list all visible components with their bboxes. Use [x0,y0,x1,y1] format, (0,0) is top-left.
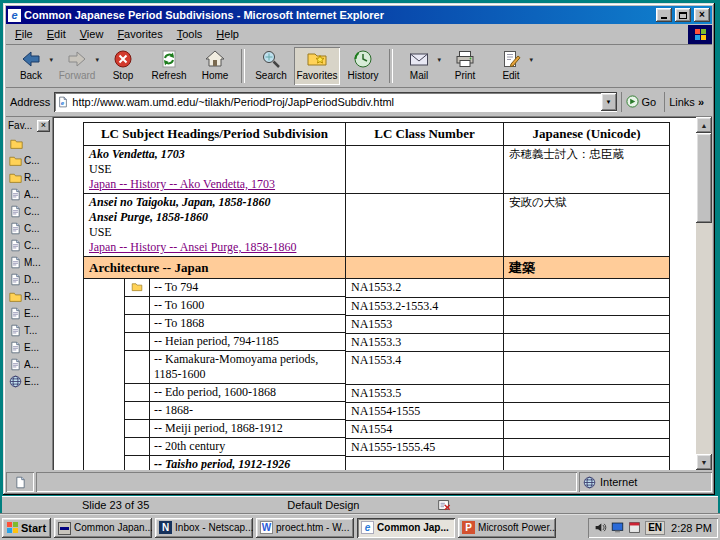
volume-icon[interactable] [594,521,607,534]
close-button[interactable]: × [694,8,710,22]
taskbar-button[interactable]: NInbox - Netscap... [155,518,253,538]
favorites-item[interactable]: R... [6,288,52,305]
vertical-scrollbar[interactable]: ▲ ▼ [696,117,712,470]
menu-tools[interactable]: Tools [170,26,210,42]
favorites-item[interactable]: R... [6,169,52,186]
titlebar[interactable]: e Common Japanese Period Subdivisions - … [6,6,712,24]
taskbar-button[interactable]: Common Japan... [54,518,152,538]
subject-text: Ako Vendetta, 1703 [89,147,340,162]
address-input[interactable]: e http://www.wam.umd.edu/~tilakh/PeriodP… [54,92,616,112]
display-icon[interactable] [611,521,624,534]
subdivision-row: -- To 1600 [84,297,345,315]
spelling-status-icon[interactable] [437,498,451,512]
globe-icon [9,375,22,388]
subject-cell: -- 1868- [84,402,346,420]
menu-file[interactable]: File [8,26,40,42]
dropdown-arrow-icon[interactable]: ▾ [49,56,53,64]
menu-edit[interactable]: Edit [40,26,73,42]
indent-cell [124,384,150,402]
subject-link[interactable]: Japan -- History -- Ako Vendetta, 1703 [89,177,340,192]
scrollbar-thumb[interactable] [696,133,712,223]
language-indicator[interactable]: EN [645,521,665,535]
address-label: Address [10,96,50,108]
toolbar-stop-button[interactable]: Stop [100,47,146,85]
subject-text: Ansei Purge, 1858-1860 [89,210,340,225]
favorites-panel-title: Fav... [8,120,36,131]
word-icon: W [260,521,273,534]
scroll-down-button[interactable]: ▼ [696,454,712,470]
page-icon [9,273,22,286]
favorites-item[interactable]: E... [6,305,52,322]
lc-class-cell: NA1553 [346,315,504,333]
favorites-item-label: A... [24,189,39,200]
dropdown-arrow-icon[interactable]: ▾ [95,56,99,64]
japanese-cell: 赤穂義士討入：忠臣蔵 [504,146,670,194]
page-icon [9,324,22,337]
start-label: Start [21,522,46,534]
favorites-item[interactable]: A... [6,186,52,203]
taskbar-button[interactable]: eCommon Jap... [357,518,455,538]
toolbar-refresh-button[interactable]: Refresh [146,47,192,85]
design-name: Default Design [287,499,359,511]
favorites-organize-button[interactable] [9,135,29,151]
folder-icon [9,290,22,303]
scrollbar-track[interactable] [696,133,712,454]
favorites-item[interactable]: E... [6,373,52,390]
column-header: Japanese (Unicode) [504,123,670,146]
favorites-item[interactable]: A... [6,356,52,373]
favorites-item[interactable]: C... [6,203,52,220]
page-icon [9,358,22,371]
menu-help[interactable]: Help [209,26,246,42]
lc-class-cell: NA1554-1555 [346,402,504,420]
links-button[interactable]: Links » [664,92,708,112]
favorites-close-button[interactable]: × [37,120,50,132]
taskbar-button[interactable]: Wproect.htm - W... [256,518,354,538]
menu-favorites[interactable]: Favorites [110,26,169,42]
subject-link[interactable]: Japan -- History -- Ansei Purge, 1858-18… [89,240,340,255]
dropdown-arrow-icon[interactable]: ▾ [437,56,441,64]
scheduler-icon[interactable] [628,521,641,534]
favorites-item[interactable]: M... [6,254,52,271]
table-row: -- Edo period, 1600-1868NA1553.5 [84,384,670,402]
chevron-icon: » [698,96,704,108]
favorites-item-label: C... [24,240,40,251]
toolbar-edit-button[interactable]: ▾Edit [488,47,534,85]
lc-class-cell: NA1553.5 [346,384,504,402]
table-row: Ansei no Taigoku, Japan, 1858-1860Ansei … [84,194,670,257]
subdivision-row: -- Edo period, 1600-1868 [84,384,345,402]
subject-text: USE [89,225,340,240]
favorites-item[interactable]: T... [6,322,52,339]
favorites-item[interactable]: E... [6,339,52,356]
toolbar-favorites-button[interactable]: Favorites [294,47,340,85]
start-button[interactable]: Start [2,518,51,538]
toolbar-back-button[interactable]: ▾Back [8,47,54,85]
scroll-up-button[interactable]: ▲ [696,117,712,133]
toolbar-forward-button[interactable]: ▾Forward [54,47,100,85]
favorites-item[interactable]: D... [6,271,52,288]
toolbar-print-button[interactable]: Print [442,47,488,85]
maximize-button[interactable] [675,8,691,22]
page-icon [9,307,22,320]
favorites-item[interactable]: C... [6,237,52,254]
favorites-item[interactable]: C... [6,220,52,237]
windows-flag-icon [695,29,706,40]
toolbar-mail-button[interactable]: ▾Mail [396,47,442,85]
favorites-item[interactable]: C... [6,152,52,169]
indent-spacer [84,420,124,438]
subject-cell: Ako Vendetta, 1703USEJapan -- History --… [84,146,346,194]
indent-cell [124,420,150,438]
address-dropdown-button[interactable]: ▼ [601,93,617,111]
go-button[interactable]: Go [621,92,661,112]
minimize-button[interactable] [656,8,672,22]
toolbar-home-button[interactable]: Home [192,47,238,85]
subject-cell: -- To 1600 [84,297,346,315]
taskbar-button-label: Microsoft Power... [478,522,556,533]
menu-view[interactable]: View [73,26,111,42]
taskbar-button[interactable]: PMicrosoft Power... [458,518,556,538]
favorites-item-label: E... [24,376,39,387]
toolbar-search-button[interactable]: Search [248,47,294,85]
dropdown-arrow-icon[interactable]: ▾ [529,56,533,64]
toolbar-history-button[interactable]: History [340,47,386,85]
clock: 2:28 PM [671,522,712,534]
page-icon [9,205,22,218]
